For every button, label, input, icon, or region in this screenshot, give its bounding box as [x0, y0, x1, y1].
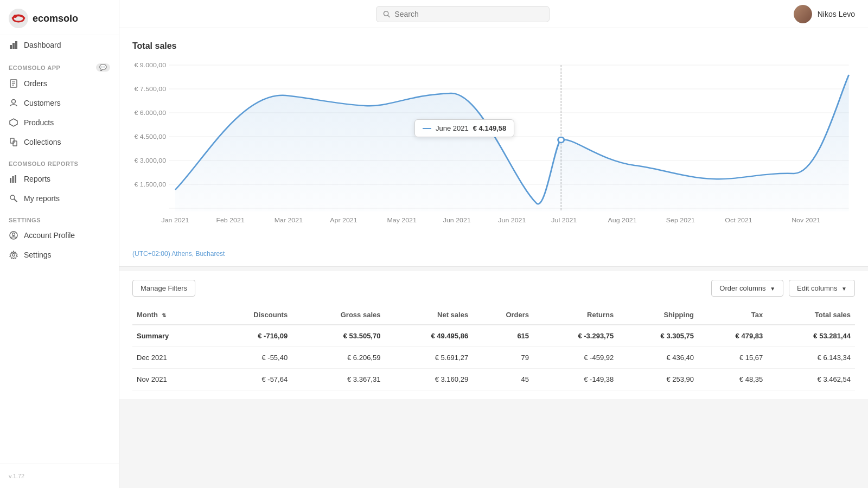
order-columns-button[interactable]: Order columns ▼: [711, 280, 783, 297]
svg-text:Sep 2021: Sep 2021: [666, 217, 695, 223]
table-row: Nov 2021€ -57,64€ 3.367,31€ 3.160,2945€ …: [132, 369, 855, 390]
sidebar-item-reports[interactable]: Reports: [0, 169, 119, 189]
svg-text:€ 1.500,00: € 1.500,00: [134, 181, 166, 188]
table-cell: € 6.143,34: [767, 347, 855, 369]
sidebar-item-dashboard[interactable]: Dashboard: [0, 35, 119, 55]
section-app-label: Ecomsolo App: [9, 65, 60, 71]
section-settings-label: Settings: [0, 208, 119, 226]
svg-line-16: [14, 199, 17, 202]
table-cell: € 15,67: [698, 347, 767, 369]
customers-icon: [9, 98, 18, 108]
table-cell: € 479,83: [698, 325, 767, 347]
table-toolbar: Manage Filters Order columns ▼ Edit colu…: [132, 280, 855, 297]
app-name: ecomsolo: [33, 13, 78, 24]
sidebar-item-products[interactable]: Products: [0, 113, 119, 132]
svg-text:Oct 2021: Oct 2021: [725, 217, 752, 223]
tooltip-line-icon: [423, 128, 431, 129]
sidebar-item-customers-label: Customers: [24, 99, 61, 107]
tooltip-month: June 2021: [436, 124, 469, 132]
sidebar-item-reports-label: Reports: [24, 175, 50, 183]
order-columns-caret: ▼: [770, 286, 775, 292]
col-shipping: Shipping: [618, 305, 698, 325]
version-label: v.1.72: [0, 468, 119, 484]
svg-text:€ 9.000,00: € 9.000,00: [134, 62, 166, 68]
sidebar-item-orders[interactable]: Orders: [0, 74, 119, 93]
edit-columns-caret: ▼: [841, 286, 847, 292]
dashboard-icon: [9, 40, 18, 50]
sidebar-item-collections-label: Collections: [24, 138, 61, 146]
chart-tooltip: June 2021 € 4.149,58: [414, 119, 514, 137]
table-cell: € 6.206,59: [292, 347, 385, 369]
sort-icon: ⇅: [162, 312, 166, 318]
table-cell: € -3.293,75: [533, 325, 618, 347]
logo-icon: [9, 9, 28, 28]
table-cell: € 3.462,54: [767, 369, 855, 390]
svg-rect-3: [12, 43, 15, 49]
search-input[interactable]: [394, 10, 542, 18]
section-app: Ecomsolo App 💬: [0, 55, 119, 74]
manage-filters-button[interactable]: Manage Filters: [132, 280, 195, 297]
table-cell: € 48,35: [698, 369, 767, 390]
sidebar-item-my-reports[interactable]: My reports: [0, 189, 119, 208]
topbar: Nikos Levo: [119, 0, 868, 28]
table-cell: € -55,40: [210, 347, 292, 369]
table-row: Dec 2021€ -55,40€ 6.206,59€ 5.691,2779€ …: [132, 347, 855, 369]
user-area: Nikos Levo: [794, 5, 855, 23]
tooltip-value: € 4.149,58: [473, 124, 506, 132]
table-row: Summary€ -716,09€ 53.505,70€ 49.495,8661…: [132, 325, 855, 347]
svg-text:Nov 2021: Nov 2021: [792, 217, 820, 223]
search-icon: [383, 10, 390, 18]
table-cell: € 3.367,31: [292, 369, 385, 390]
sidebar-item-settings[interactable]: Settings: [0, 245, 119, 265]
table-cell: € 5.691,27: [385, 347, 473, 369]
dashboard-label: Dashboard: [24, 41, 61, 49]
reports-icon: [9, 174, 18, 184]
toolbar-right: Order columns ▼ Edit columns ▼: [711, 280, 855, 297]
svg-rect-14: [15, 175, 16, 183]
svg-text:Jun 2021: Jun 2021: [498, 217, 526, 223]
col-total-sales: Total sales: [767, 305, 855, 325]
sidebar-item-customers[interactable]: Customers: [0, 93, 119, 113]
edit-columns-button[interactable]: Edit columns ▼: [789, 280, 855, 297]
svg-point-0: [9, 9, 28, 28]
search-bar[interactable]: [376, 6, 550, 22]
svg-rect-12: [10, 178, 11, 183]
sidebar: ecomsolo Dashboard Ecomsolo App 💬 Orders…: [0, 0, 119, 488]
svg-text:€ 7.500,00: € 7.500,00: [134, 86, 166, 92]
products-icon: [9, 118, 18, 127]
svg-point-36: [558, 137, 564, 143]
settings-icon: [9, 250, 18, 260]
chart-container: € 9.000,00 € 7.500,00 € 6.000,00 € 4.500…: [132, 60, 855, 246]
svg-text:May 2021: May 2021: [387, 217, 416, 223]
svg-rect-13: [12, 176, 14, 183]
col-gross-sales: Gross sales: [292, 305, 385, 325]
table-cell: 45: [473, 369, 533, 390]
sidebar-item-orders-label: Orders: [24, 79, 47, 88]
table-header: Month ⇅ Discounts Gross sales Net sales …: [132, 305, 855, 325]
sidebar-item-collections[interactable]: Collections: [0, 132, 119, 152]
svg-text:Feb 2021: Feb 2021: [216, 217, 244, 223]
svg-text:Jan 2021: Jan 2021: [161, 217, 189, 223]
table-cell: € 436,40: [618, 347, 698, 369]
sidebar-item-account-label: Account Profile: [24, 231, 75, 240]
orders-icon: [9, 79, 18, 88]
table-cell: € -459,92: [533, 347, 618, 369]
account-icon: [9, 230, 18, 240]
user-name: Nikos Levo: [818, 10, 855, 18]
col-net-sales: Net sales: [385, 305, 473, 325]
col-month[interactable]: Month ⇅: [132, 305, 210, 325]
sidebar-item-products-label: Products: [24, 118, 54, 127]
svg-text:Jul 2021: Jul 2021: [551, 217, 577, 223]
collections-icon: [9, 137, 18, 147]
table-cell: € 3.305,75: [618, 325, 698, 347]
total-sales-chart: € 9.000,00 € 7.500,00 € 6.000,00 € 4.500…: [132, 60, 855, 244]
table-cell: Summary: [132, 325, 210, 347]
chart-title: Total sales: [132, 41, 855, 51]
sidebar-item-my-reports-label: My reports: [24, 194, 60, 203]
table-cell: € 53.505,70: [292, 325, 385, 347]
svg-text:Aug 2021: Aug 2021: [608, 217, 636, 223]
avatar: [794, 5, 812, 23]
sidebar-item-settings-label: Settings: [24, 251, 52, 259]
sidebar-item-account-profile[interactable]: Account Profile: [0, 226, 119, 245]
table-body: Summary€ -716,09€ 53.505,70€ 49.495,8661…: [132, 325, 855, 390]
